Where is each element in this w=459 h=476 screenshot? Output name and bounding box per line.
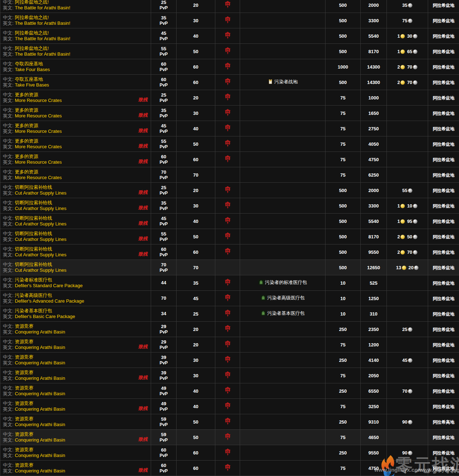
- quest-name-zh[interactable]: 资源竞赛: [15, 354, 33, 360]
- quest-name-zh[interactable]: 污染者高级医疗包: [15, 293, 52, 298]
- location-link[interactable]: 阿拉希盆地: [433, 18, 454, 23]
- location-link[interactable]: 阿拉希盆地: [433, 451, 454, 456]
- quest-name-zh[interactable]: 阿拉希盆地之战!: [15, 0, 49, 5]
- quest-name-en[interactable]: Conquering Arathi Basin: [15, 375, 65, 381]
- quest-name-en[interactable]: Cut Arathor Supply Lines: [15, 267, 66, 273]
- location-link[interactable]: 阿拉希盆地: [433, 95, 454, 101]
- quest-name-en[interactable]: Conquering Arathi Basin: [15, 406, 65, 412]
- location-link[interactable]: 阿拉希盆地: [433, 234, 454, 239]
- quest-name-en[interactable]: Cut Arathor Supply Lines: [15, 252, 66, 257]
- quest-name-en[interactable]: Conquering Arathi Basin: [15, 437, 65, 443]
- location-link[interactable]: 阿拉希盆地: [433, 358, 454, 363]
- quest-name-en[interactable]: Conquering Arathi Basin: [15, 345, 65, 350]
- quest-name-zh[interactable]: 更多的资源: [15, 138, 38, 144]
- location-link[interactable]: 阿拉希盆地: [433, 265, 454, 270]
- quest-name-zh[interactable]: 切断阿拉索补给线: [15, 185, 52, 190]
- location-link[interactable]: 阿拉希盆地: [433, 188, 454, 193]
- location-link[interactable]: 阿拉希盆地: [433, 404, 454, 409]
- quest-name-zh[interactable]: 更多的资源: [15, 92, 38, 97]
- location-link[interactable]: 阿拉希盆地: [433, 219, 454, 224]
- location-link[interactable]: 阿拉希盆地: [433, 466, 454, 471]
- quest-name-en[interactable]: More Resource Crates: [15, 175, 62, 180]
- quest-name-en[interactable]: More Resource Crates: [15, 159, 62, 165]
- location-link[interactable]: 阿拉希盆地: [433, 157, 454, 162]
- quest-name-en[interactable]: Defiler's Basic Care Package: [15, 314, 75, 319]
- faction-cell: [215, 306, 240, 322]
- location-link[interactable]: 阿拉希盆地: [433, 281, 454, 286]
- quest-name-en[interactable]: The Battle for Arathi Basin!: [15, 51, 70, 57]
- quest-name-zh[interactable]: 资源竞赛: [15, 416, 33, 421]
- quest-name-en[interactable]: The Battle for Arathi Basin!: [15, 20, 70, 26]
- quest-name-zh[interactable]: 污染者标准医疗包: [15, 277, 52, 283]
- quest-name-zh[interactable]: 阿拉希盆地之战!: [15, 30, 49, 36]
- quest-name-zh[interactable]: 资源竞赛: [15, 462, 33, 468]
- reward-item[interactable]: 污染者战袍: [268, 79, 298, 85]
- quest-name-zh[interactable]: 切断阿拉索补给线: [15, 246, 52, 252]
- quest-name-en[interactable]: Take Five Bases: [15, 82, 49, 88]
- location-link[interactable]: 阿拉希盆地: [433, 296, 454, 301]
- quest-name-zh[interactable]: 更多的资源: [15, 154, 38, 159]
- quest-name-en[interactable]: Conquering Arathi Basin: [15, 422, 65, 427]
- quest-name-zh[interactable]: 切断阿拉索补给线: [15, 231, 52, 236]
- quest-name-en[interactable]: More Resource Crates: [15, 98, 62, 103]
- location-link[interactable]: 阿拉希盆地: [433, 204, 454, 209]
- quest-name-en[interactable]: Conquering Arathi Basin: [15, 468, 65, 473]
- quest-name-zh[interactable]: 更多的资源: [15, 107, 38, 113]
- quest-name-zh[interactable]: 资源竞赛: [15, 370, 33, 375]
- location-link[interactable]: 阿拉希高地: [433, 420, 454, 425]
- location-link[interactable]: 阿拉希盆地: [433, 80, 454, 85]
- location-link[interactable]: 阿拉希盆地: [433, 327, 454, 332]
- location-link[interactable]: 阿拉希盆地: [433, 111, 454, 116]
- quest-name-zh[interactable]: 夺取四座基地: [15, 61, 43, 66]
- location-link[interactable]: 阿拉希盆地: [433, 65, 454, 70]
- location-link[interactable]: 阿拉希盆地: [433, 312, 454, 317]
- quest-name-zh[interactable]: 更多的资源: [15, 123, 38, 128]
- quest-name-zh[interactable]: 阿拉希盆地之战!: [15, 46, 49, 51]
- reward-item[interactable]: 污染者基本医疗包: [261, 310, 305, 317]
- quest-name-zh[interactable]: 夺取五座基地: [15, 76, 43, 82]
- quest-name-en[interactable]: Conquering Arathi Basin: [15, 453, 65, 458]
- location-link[interactable]: 阿拉希盆地: [433, 3, 454, 8]
- quest-name-en[interactable]: More Resource Crates: [15, 129, 62, 134]
- reward-item[interactable]: 污染者的标准医疗包: [258, 279, 307, 286]
- quest-name-en[interactable]: The Battle for Arathi Basin!: [15, 36, 70, 41]
- quest-name-zh[interactable]: 污染者基本医疗包: [15, 308, 52, 313]
- location-link[interactable]: 阿拉希盆地: [433, 373, 454, 378]
- quest-name-en[interactable]: Cut Arathor Supply Lines: [15, 190, 66, 196]
- quest-name-en[interactable]: Conquering Arathi Basin: [15, 391, 65, 396]
- quest-name-en[interactable]: Defiler's Standard Care Package: [15, 283, 83, 288]
- location-link[interactable]: 阿拉希盆地: [433, 49, 454, 54]
- required-level-cell: 30: [177, 13, 215, 28]
- quest-name-zh[interactable]: 资源竞赛: [15, 339, 33, 344]
- quest-name-en[interactable]: Defiler's Advanced Care Package: [15, 298, 84, 304]
- quest-name-en[interactable]: Cut Arathor Supply Lines: [15, 237, 66, 242]
- quest-name-zh[interactable]: 切断阿拉索补给线: [15, 262, 52, 267]
- location-link[interactable]: 阿拉希盆地: [433, 250, 454, 255]
- quest-name-en[interactable]: Take Four Bases: [15, 67, 50, 72]
- quest-name-en[interactable]: Conquering Arathi Basin: [15, 360, 65, 365]
- location-link[interactable]: 阿拉希盆地: [433, 342, 454, 347]
- quest-name-zh[interactable]: 资源竞赛: [15, 401, 33, 406]
- location-link[interactable]: 阿拉希盆地: [433, 126, 454, 131]
- quest-name-en[interactable]: The Battle for Arathi Basin!: [15, 5, 70, 10]
- quest-name-zh[interactable]: 资源竞赛: [15, 447, 33, 452]
- location-link[interactable]: 阿拉希盆地: [433, 389, 454, 394]
- quest-name-en[interactable]: More Resource Crates: [15, 144, 62, 149]
- reward-item[interactable]: 污染者高级医疗包: [261, 295, 305, 301]
- quest-name-zh[interactable]: 资源竞赛: [15, 323, 33, 329]
- quest-name-zh[interactable]: 切断阿拉索补给线: [15, 215, 52, 221]
- quest-name-en[interactable]: Cut Arathor Supply Lines: [15, 221, 66, 227]
- quest-name-zh[interactable]: 更多的资源: [15, 169, 38, 174]
- reward-cell: 污染者战袍: [240, 75, 325, 90]
- quest-name-zh[interactable]: 资源竞赛: [15, 385, 33, 391]
- quest-name-zh[interactable]: 切断阿拉索补给线: [15, 200, 52, 205]
- location-link[interactable]: 阿拉希盆地: [433, 142, 454, 147]
- location-link[interactable]: 阿拉希盆地: [433, 435, 454, 440]
- quest-name-en[interactable]: Conquering Arathi Basin: [15, 329, 65, 335]
- location-link[interactable]: 阿拉希盆地: [433, 173, 454, 178]
- quest-name-en[interactable]: More Resource Crates: [15, 113, 62, 118]
- quest-name-zh[interactable]: 阿拉希盆地之战!: [15, 15, 49, 20]
- quest-name-zh[interactable]: 资源竞赛: [15, 431, 33, 437]
- quest-name-en[interactable]: Cut Arathor Supply Lines: [15, 206, 66, 211]
- location-link[interactable]: 阿拉希盆地: [433, 34, 454, 39]
